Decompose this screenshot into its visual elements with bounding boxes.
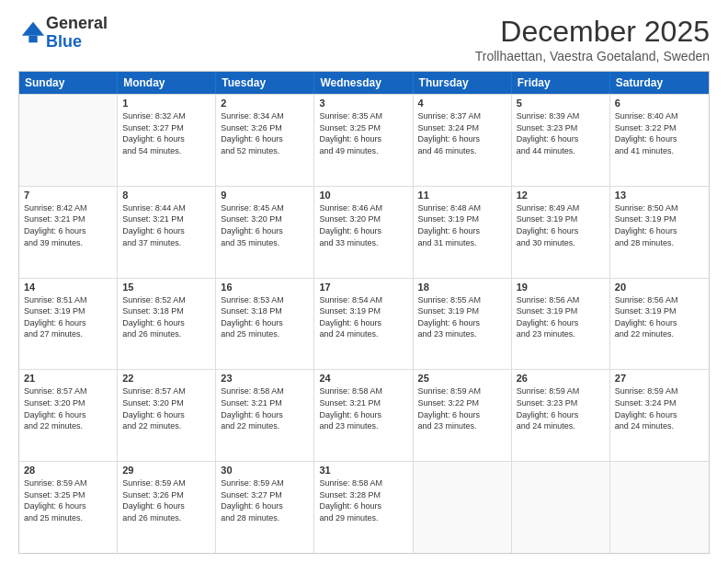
day-number: 10 (319, 190, 407, 201)
day-info: Sunrise: 8:46 AM Sunset: 3:20 PM Dayligh… (319, 202, 407, 248)
calendar-body: 1Sunrise: 8:32 AM Sunset: 3:27 PM Daylig… (19, 94, 709, 553)
day-number: 3 (319, 98, 407, 109)
day-number: 24 (319, 373, 407, 384)
logo-blue-label: Blue (46, 33, 108, 52)
day-number: 11 (418, 190, 506, 201)
cal-cell-r3-c6: 27Sunrise: 8:59 AM Sunset: 3:24 PM Dayli… (610, 370, 709, 461)
day-info: Sunrise: 8:57 AM Sunset: 3:20 PM Dayligh… (24, 385, 112, 431)
day-number: 2 (221, 98, 309, 109)
subtitle: Trollhaettan, Vaestra Goetaland, Sweden (475, 49, 710, 63)
cal-cell-r2-c4: 18Sunrise: 8:55 AM Sunset: 3:19 PM Dayli… (414, 279, 512, 370)
day-number: 15 (122, 282, 210, 293)
cal-cell-r0-c4: 4Sunrise: 8:37 AM Sunset: 3:24 PM Daylig… (414, 95, 512, 186)
day-info: Sunrise: 8:56 AM Sunset: 3:19 PM Dayligh… (615, 294, 704, 340)
cal-cell-r4-c0: 28Sunrise: 8:59 AM Sunset: 3:25 PM Dayli… (19, 462, 118, 553)
header-friday: Friday (512, 72, 610, 94)
day-info: Sunrise: 8:59 AM Sunset: 3:23 PM Dayligh… (517, 385, 605, 431)
cal-cell-r0-c2: 2Sunrise: 8:34 AM Sunset: 3:26 PM Daylig… (216, 95, 314, 186)
svg-rect-1 (28, 36, 37, 42)
cal-cell-r4-c5 (512, 462, 610, 553)
day-number: 25 (418, 373, 506, 384)
cal-cell-r0-c3: 3Sunrise: 8:35 AM Sunset: 3:25 PM Daylig… (314, 95, 413, 186)
svg-marker-0 (22, 22, 44, 36)
cal-cell-r2-c5: 19Sunrise: 8:56 AM Sunset: 3:19 PM Dayli… (512, 279, 610, 370)
day-info: Sunrise: 8:45 AM Sunset: 3:20 PM Dayligh… (221, 202, 309, 248)
day-info: Sunrise: 8:50 AM Sunset: 3:19 PM Dayligh… (615, 202, 704, 248)
day-number: 27 (615, 373, 704, 384)
header-wednesday: Wednesday (314, 72, 413, 94)
cal-cell-r2-c2: 16Sunrise: 8:53 AM Sunset: 3:18 PM Dayli… (216, 279, 314, 370)
day-number: 14 (24, 282, 112, 293)
day-info: Sunrise: 8:59 AM Sunset: 3:27 PM Dayligh… (221, 477, 309, 523)
header-sunday: Sunday (19, 72, 118, 94)
day-number: 31 (319, 465, 407, 476)
cal-cell-r3-c5: 26Sunrise: 8:59 AM Sunset: 3:23 PM Dayli… (512, 370, 610, 461)
header-saturday: Saturday (610, 72, 709, 94)
day-info: Sunrise: 8:37 AM Sunset: 3:24 PM Dayligh… (418, 110, 506, 156)
day-number: 4 (418, 98, 506, 109)
cal-cell-r2-c1: 15Sunrise: 8:52 AM Sunset: 3:18 PM Dayli… (118, 279, 216, 370)
day-number: 13 (615, 190, 704, 201)
day-info: Sunrise: 8:59 AM Sunset: 3:25 PM Dayligh… (24, 477, 112, 523)
logo-general-label: General (46, 15, 108, 33)
day-info: Sunrise: 8:58 AM Sunset: 3:21 PM Dayligh… (221, 385, 309, 431)
cal-row-1: 7Sunrise: 8:42 AM Sunset: 3:21 PM Daylig… (19, 186, 709, 278)
header-tuesday: Tuesday (216, 72, 314, 94)
day-info: Sunrise: 8:34 AM Sunset: 3:26 PM Dayligh… (221, 110, 309, 156)
day-number: 30 (221, 465, 309, 476)
day-info: Sunrise: 8:58 AM Sunset: 3:28 PM Dayligh… (319, 477, 407, 523)
day-info: Sunrise: 8:39 AM Sunset: 3:23 PM Dayligh… (517, 110, 605, 156)
day-number: 29 (122, 465, 210, 476)
cal-cell-r1-c2: 9Sunrise: 8:45 AM Sunset: 3:20 PM Daylig… (216, 187, 314, 278)
cal-cell-r1-c4: 11Sunrise: 8:48 AM Sunset: 3:19 PM Dayli… (414, 187, 512, 278)
day-info: Sunrise: 8:44 AM Sunset: 3:21 PM Dayligh… (122, 202, 210, 248)
day-number: 16 (221, 282, 309, 293)
day-info: Sunrise: 8:59 AM Sunset: 3:26 PM Dayligh… (122, 477, 210, 523)
cal-cell-r0-c1: 1Sunrise: 8:32 AM Sunset: 3:27 PM Daylig… (118, 95, 216, 186)
day-info: Sunrise: 8:56 AM Sunset: 3:19 PM Dayligh… (517, 294, 605, 340)
day-info: Sunrise: 8:49 AM Sunset: 3:19 PM Dayligh… (517, 202, 605, 248)
cal-cell-r0-c5: 5Sunrise: 8:39 AM Sunset: 3:23 PM Daylig… (512, 95, 610, 186)
header-thursday: Thursday (414, 72, 512, 94)
day-info: Sunrise: 8:48 AM Sunset: 3:19 PM Dayligh… (418, 202, 506, 248)
day-info: Sunrise: 8:57 AM Sunset: 3:20 PM Dayligh… (122, 385, 210, 431)
header-monday: Monday (118, 72, 216, 94)
cal-cell-r4-c6 (610, 462, 709, 553)
cal-cell-r3-c4: 25Sunrise: 8:59 AM Sunset: 3:22 PM Dayli… (414, 370, 512, 461)
cal-cell-r3-c1: 22Sunrise: 8:57 AM Sunset: 3:20 PM Dayli… (118, 370, 216, 461)
day-number: 5 (517, 98, 605, 109)
day-number: 26 (517, 373, 605, 384)
cal-row-0: 1Sunrise: 8:32 AM Sunset: 3:27 PM Daylig… (19, 94, 709, 186)
cal-cell-r1-c6: 13Sunrise: 8:50 AM Sunset: 3:19 PM Dayli… (610, 187, 709, 278)
cal-cell-r2-c0: 14Sunrise: 8:51 AM Sunset: 3:19 PM Dayli… (19, 279, 118, 370)
logo-icon (20, 20, 46, 46)
day-info: Sunrise: 8:52 AM Sunset: 3:18 PM Dayligh… (122, 294, 210, 340)
day-number: 19 (517, 282, 605, 293)
logo-text: General Blue (46, 15, 108, 52)
day-info: Sunrise: 8:58 AM Sunset: 3:21 PM Dayligh… (319, 385, 407, 431)
cal-cell-r4-c1: 29Sunrise: 8:59 AM Sunset: 3:26 PM Dayli… (118, 462, 216, 553)
day-info: Sunrise: 8:59 AM Sunset: 3:22 PM Dayligh… (418, 385, 506, 431)
cal-cell-r1-c5: 12Sunrise: 8:49 AM Sunset: 3:19 PM Dayli… (512, 187, 610, 278)
cal-cell-r3-c0: 21Sunrise: 8:57 AM Sunset: 3:20 PM Dayli… (19, 370, 118, 461)
cal-cell-r2-c3: 17Sunrise: 8:54 AM Sunset: 3:19 PM Dayli… (314, 279, 413, 370)
day-info: Sunrise: 8:32 AM Sunset: 3:27 PM Dayligh… (122, 110, 210, 156)
day-number: 21 (24, 373, 112, 384)
day-info: Sunrise: 8:53 AM Sunset: 3:18 PM Dayligh… (221, 294, 309, 340)
cal-cell-r3-c2: 23Sunrise: 8:58 AM Sunset: 3:21 PM Dayli… (216, 370, 314, 461)
day-number: 7 (24, 190, 112, 201)
logo: General Blue (18, 15, 108, 52)
cal-row-2: 14Sunrise: 8:51 AM Sunset: 3:19 PM Dayli… (19, 278, 709, 370)
title-block: December 2025 Trollhaettan, Vaestra Goet… (475, 15, 710, 63)
day-number: 12 (517, 190, 605, 201)
cal-row-3: 21Sunrise: 8:57 AM Sunset: 3:20 PM Dayli… (19, 369, 709, 461)
day-number: 1 (122, 98, 210, 109)
cal-cell-r0-c0 (19, 95, 118, 186)
day-number: 28 (24, 465, 112, 476)
cal-cell-r4-c2: 30Sunrise: 8:59 AM Sunset: 3:27 PM Dayli… (216, 462, 314, 553)
cal-cell-r4-c4 (414, 462, 512, 553)
cal-cell-r1-c1: 8Sunrise: 8:44 AM Sunset: 3:21 PM Daylig… (118, 187, 216, 278)
cal-row-4: 28Sunrise: 8:59 AM Sunset: 3:25 PM Dayli… (19, 461, 709, 553)
day-info: Sunrise: 8:54 AM Sunset: 3:19 PM Dayligh… (319, 294, 407, 340)
cal-cell-r4-c3: 31Sunrise: 8:58 AM Sunset: 3:28 PM Dayli… (314, 462, 413, 553)
